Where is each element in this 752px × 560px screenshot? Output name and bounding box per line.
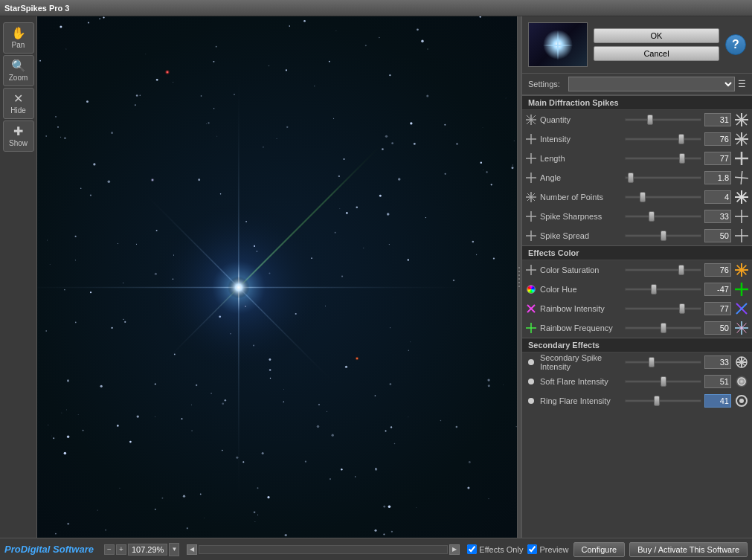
intensity-label: Intensity	[540, 135, 622, 144]
rainbow-intensity-slider[interactable]	[625, 307, 701, 310]
secondary-effects-header: Secondary Effects	[522, 338, 752, 353]
brand-digital: Digital	[21, 544, 51, 555]
color-hue-value: -47	[704, 283, 731, 296]
length-value: 77	[704, 152, 731, 165]
h-scroll-left-btn[interactable]: ◀	[187, 544, 197, 555]
pan-icon: ✋	[11, 28, 26, 39]
rainbow-intensity-end-icon	[734, 301, 749, 316]
cancel-button[interactable]: Cancel	[594, 46, 719, 61]
rainbow-frequency-end-icon	[734, 321, 749, 335]
spike-spread-slider[interactable]	[625, 234, 701, 237]
settings-row: Settings: ☰	[522, 74, 752, 95]
settings-menu-icon[interactable]: ☰	[738, 79, 746, 89]
length-slider[interactable]	[625, 157, 701, 160]
effects-only-checkbox[interactable]	[467, 544, 477, 554]
ok-button[interactable]: OK	[594, 28, 719, 43]
num-points-icon	[525, 191, 537, 203]
ring-flare-slider[interactable]	[625, 399, 701, 402]
rainbow-frequency-icon	[525, 322, 537, 334]
soft-flare-icon	[525, 376, 537, 387]
angle-slider-container	[625, 173, 701, 183]
num-points-value: 4	[704, 190, 731, 204]
angle-end-icon	[734, 170, 749, 185]
hide-tool[interactable]: ✕ Hide	[3, 88, 34, 119]
color-hue-label: Color Hue	[540, 285, 622, 294]
color-saturation-icon	[525, 264, 537, 276]
zoom-dropdown[interactable]: ▼	[169, 543, 179, 556]
spike-sharpness-icon	[525, 210, 537, 222]
rainbow-intensity-row: Rainbow Intensity 77	[522, 299, 752, 318]
num-points-slider-container	[625, 192, 701, 202]
rainbow-frequency-slider[interactable]	[625, 326, 701, 329]
zoom-tool[interactable]: 🔍 Zoom	[3, 55, 34, 86]
show-tool[interactable]: ✚ Show	[3, 120, 34, 152]
soft-flare-row: Soft Flare Intensity 51	[522, 372, 752, 391]
color-hue-slider[interactable]	[625, 288, 701, 291]
angle-row: Angle 1.8	[522, 168, 752, 187]
show-label: Show	[9, 139, 28, 147]
color-hue-icon	[525, 283, 537, 295]
hide-label: Hide	[10, 106, 26, 115]
canvas-area[interactable]	[37, 16, 517, 538]
intensity-value: 76	[704, 132, 731, 146]
secondary-spike-slider-container	[625, 357, 701, 367]
spike-sharpness-slider-container	[625, 211, 701, 222]
spike-spread-row: Spike Spread 50	[522, 226, 752, 245]
intensity-slider[interactable]	[625, 138, 701, 141]
spike-spread-end-icon	[734, 228, 749, 243]
show-icon: ✚	[13, 126, 23, 138]
preview-checkbox[interactable]	[527, 544, 537, 554]
zoom-minus-btn[interactable]: −	[104, 544, 115, 555]
effects-only-label: Effects Only	[479, 545, 523, 554]
brand-software: Software	[50, 544, 94, 555]
length-end-icon	[734, 151, 749, 166]
svg-point-62	[736, 376, 748, 387]
spike-sharpness-row: Spike Sharpness 33	[522, 207, 752, 226]
thumbnail	[528, 22, 588, 67]
h-scroll-right-btn[interactable]: ▶	[449, 544, 460, 555]
preview-checkbox-label[interactable]: Preview	[527, 544, 568, 554]
rainbow-frequency-row: Rainbow Frequency 50	[522, 318, 752, 338]
zoom-label: Zoom	[9, 74, 28, 82]
settings-select[interactable]	[568, 77, 735, 91]
ring-flare-slider-container	[625, 396, 701, 406]
pan-tool[interactable]: ✋ Pan	[3, 22, 34, 54]
intensity-end-icon	[734, 132, 749, 147]
thumb-star	[543, 30, 573, 59]
angle-icon	[525, 172, 537, 184]
rainbow-intensity-label: Rainbow Intensity	[540, 304, 622, 313]
drag-dots	[518, 16, 521, 538]
spike-sharpness-slider[interactable]	[625, 215, 701, 218]
help-button[interactable]: ?	[725, 34, 746, 55]
num-points-slider[interactable]	[625, 196, 701, 199]
rainbow-frequency-value: 50	[704, 321, 731, 335]
star-preview-canvas[interactable]	[37, 16, 517, 538]
ring-flare-value: 41	[704, 394, 731, 408]
color-saturation-slider[interactable]	[625, 268, 701, 271]
length-slider-container	[625, 153, 701, 164]
preview-area: OK Cancel ?	[522, 16, 752, 74]
secondary-spike-label: Secondary Spike Intensity	[540, 353, 622, 371]
ring-flare-icon	[525, 395, 537, 407]
quantity-label: Quantity	[540, 115, 622, 124]
configure-button[interactable]: Configure	[573, 542, 626, 557]
activate-button[interactable]: Buy / Activate This Software	[629, 542, 748, 557]
h-scrollbar[interactable]	[199, 545, 448, 554]
rainbow-intensity-value: 77	[704, 302, 731, 315]
zoom-display: 107.29%	[128, 544, 167, 556]
length-row: Length 77	[522, 149, 752, 168]
secondary-spike-slider[interactable]	[625, 361, 701, 364]
num-points-end-icon	[734, 190, 749, 205]
effects-only-checkbox-label[interactable]: Effects Only	[467, 544, 523, 554]
ring-flare-label: Ring Flare Intensity	[540, 396, 622, 405]
color-hue-row: Color Hue -47	[522, 280, 752, 299]
soft-flare-slider[interactable]	[625, 380, 701, 383]
angle-slider[interactable]	[625, 176, 701, 179]
zoom-plus-btn[interactable]: +	[116, 544, 126, 555]
rainbow-intensity-icon	[525, 303, 537, 315]
quantity-value: 31	[704, 113, 731, 126]
quantity-icon	[525, 114, 537, 126]
main-diffraction-header: Main Diffraction Spikes	[522, 95, 752, 110]
quantity-slider[interactable]	[625, 118, 701, 121]
ok-cancel-area: OK Cancel	[594, 28, 719, 61]
